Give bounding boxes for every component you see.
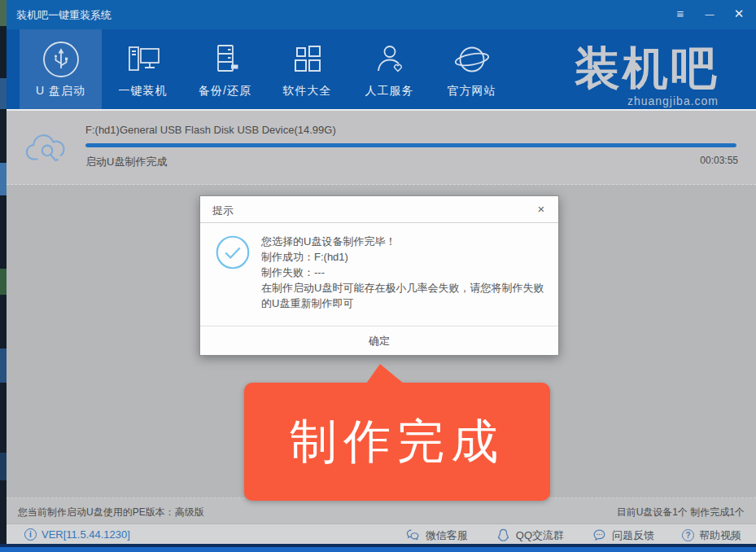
nav-item-label: 人工服务	[365, 84, 414, 99]
dialog-close-icon[interactable]: ×	[534, 202, 548, 217]
feedback-link[interactable]: 问题反馈	[592, 528, 654, 543]
website-globe-icon	[452, 40, 492, 79]
dialog-line: 制作成功：F:(hd1)	[261, 249, 548, 265]
usb-count-status: 目前U盘设备1个 制作完成1个	[617, 506, 745, 519]
help-icon: ?	[682, 529, 694, 541]
pe-version-status: 您当前制作启动U盘使用的PE版本：高级版	[18, 506, 204, 519]
elapsed-time: 00:03:55	[700, 155, 738, 166]
help-video-link[interactable]: ? 帮助视频	[682, 528, 741, 543]
titlebar: 装机吧一键重装系统 ≡ — ✕	[7, 0, 756, 29]
ok-button[interactable]: 确定	[344, 331, 414, 352]
nav-item-backup-restore[interactable]: 备份/还原	[184, 29, 266, 109]
desktop-icon-fragment	[0, 163, 7, 195]
progress-section: F:(hd1)General USB Flash Disk USB Device…	[7, 109, 756, 185]
dialog-header: 提示 ×	[200, 196, 558, 223]
minimize-icon[interactable]: —	[701, 5, 719, 23]
desktop-icon-fragment	[0, 0, 7, 26]
progress-bar-fill	[85, 143, 736, 147]
footer-links: 微信客服 QQ交流群 问题反馈	[405, 528, 741, 543]
version-info[interactable]: i VER[11.5.44.1230]	[24, 528, 130, 541]
nav-item-label: 一键装机	[119, 84, 168, 99]
desktop-icon-fragment	[0, 453, 7, 480]
brand-logo: 装机吧 zhuangjiba.com	[575, 31, 719, 107]
nav-item-label: 备份/还原	[199, 84, 251, 99]
nav-item-official-website[interactable]: 官方网站	[430, 29, 513, 109]
progress-bar	[85, 143, 736, 147]
dialog-title: 提示	[212, 204, 234, 218]
backup-restore-icon	[206, 40, 245, 79]
success-check-icon	[215, 234, 251, 270]
dialog-footer: 确定	[200, 326, 558, 355]
nav-item-label: U 盘启动	[36, 84, 85, 99]
nav-item-label: 软件大全	[283, 84, 332, 99]
cloud-download-icon	[24, 129, 73, 168]
wechat-icon	[405, 528, 421, 543]
qq-icon	[496, 528, 511, 543]
dialog-line: 在制作启动U盘时可能存在极小几率会失败，请您将制作失败的U盘重新制作即可	[261, 280, 548, 311]
window-title: 装机吧一键重装系统	[16, 8, 111, 23]
customer-service-icon	[370, 40, 409, 79]
dialog-line: 您选择的U盘设备制作完毕！	[261, 234, 548, 249]
footer-link-label: 问题反馈	[612, 528, 654, 543]
version-label: VER[11.5.44.1230]	[42, 528, 130, 541]
progress-status-text: 启动U盘制作完成	[85, 155, 167, 169]
apps-grid-icon	[288, 40, 327, 79]
desktop-icon-fragment	[0, 269, 7, 295]
app-window: 装机吧一键重装系统 ≡ — ✕ U 盘启动	[7, 0, 756, 546]
wechat-support-link[interactable]: 微信客服	[405, 528, 468, 543]
dialog-line: 制作失败：---	[261, 265, 548, 280]
desktop-icon-fragment	[0, 78, 7, 109]
nav-item-software-center[interactable]: 软件大全	[266, 29, 348, 109]
desktop-edge-strip	[0, 0, 7, 552]
nav-item-usb-boot[interactable]: U 盘启动	[20, 29, 102, 109]
screen: 装机吧一键重装系统 ≡ — ✕ U 盘启动	[0, 0, 756, 552]
taskbar-edge-blue[interactable]	[0, 547, 756, 552]
nav-item-label: 官方网站	[448, 84, 496, 99]
usb-icon	[42, 40, 81, 79]
feedback-icon	[592, 528, 607, 543]
nav-item-one-key-install[interactable]: 一键装机	[102, 29, 184, 109]
dialog-body: 您选择的U盘设备制作完毕！ 制作成功：F:(hd1) 制作失败：--- 在制作启…	[200, 223, 558, 326]
callout-text: 制作完成	[290, 410, 505, 474]
close-icon[interactable]: ✕	[730, 5, 748, 23]
prompt-dialog: 提示 × 您选择的U盘设备制作完毕！ 制作成功：F:(hd1) 制作失败：---…	[199, 195, 559, 356]
callout-arrow-up	[366, 364, 404, 383]
computer-icon	[124, 40, 163, 79]
footer-bar: i VER[11.5.44.1230] 微信客服 QQ交流群	[7, 524, 756, 546]
completion-callout: 制作完成	[244, 383, 550, 501]
usb-device-label: F:(hd1)General USB Flash Disk USB Device…	[85, 124, 336, 136]
nav-items: U 盘启动 一键装机	[20, 29, 513, 109]
menu-icon[interactable]: ≡	[671, 5, 689, 23]
nav-bar: U 盘启动 一键装机	[7, 29, 756, 109]
footer-link-label: 帮助视频	[699, 528, 741, 543]
footer-link-label: 微信客服	[426, 528, 468, 543]
nav-item-customer-service[interactable]: 人工服务	[348, 29, 430, 109]
window-controls: ≡ — ✕	[671, 5, 748, 23]
status-bar: 您当前制作启动U盘使用的PE版本：高级版 目前U盘设备1个 制作完成1个	[7, 498, 756, 524]
qq-group-link[interactable]: QQ交流群	[496, 528, 564, 543]
info-icon: i	[24, 528, 37, 541]
footer-link-label: QQ交流群	[516, 528, 564, 543]
desktop-icon-fragment	[0, 348, 7, 383]
dialog-message: 您选择的U盘设备制作完毕！ 制作成功：F:(hd1) 制作失败：--- 在制作启…	[261, 234, 548, 311]
